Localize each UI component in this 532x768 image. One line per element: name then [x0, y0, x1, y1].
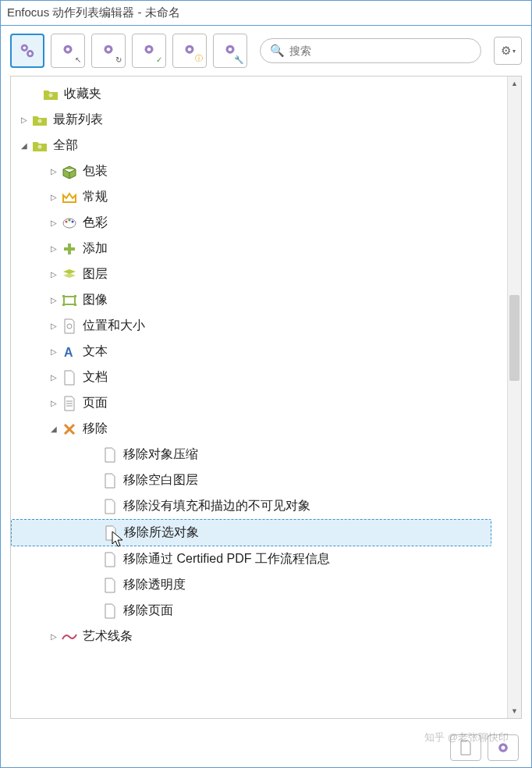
svg-point-15 [38, 119, 42, 123]
crown-icon [61, 190, 78, 205]
tree-arrow-icon: ▷ [48, 270, 59, 279]
action-tree[interactable]: 收藏夹 ▷ 最新列表 ◢ 全部 ▷ 包装 ▷ 常规 [11, 76, 507, 718]
tool-actions-button[interactable] [10, 34, 44, 68]
svg-rect-25 [74, 304, 76, 306]
page-icon [61, 318, 78, 334]
page-icon [101, 603, 119, 619]
svg-point-13 [229, 48, 232, 52]
tree-packaging[interactable]: ▷ 包装 [11, 158, 507, 184]
vertical-scrollbar[interactable]: ▲ ▼ [507, 76, 521, 718]
tree-add[interactable]: ▷ 添加 [11, 236, 507, 261]
svg-point-19 [69, 219, 71, 221]
svg-point-16 [38, 144, 42, 148]
scroll-down-icon[interactable]: ▼ [508, 704, 521, 718]
window-titlebar: Enfocus 动作列表编辑器 - 未命名 [1, 1, 531, 26]
text-icon: A [61, 344, 78, 360]
tool-gear-cursor-button[interactable]: ↖ [51, 34, 85, 68]
tree-arrow-expanded-icon: ◢ [48, 425, 59, 433]
tree-arrow-icon: ▷ [48, 244, 59, 253]
search-icon: 🔍 [270, 44, 285, 58]
tree-arrow-icon: ▷ [48, 347, 59, 356]
svg-rect-23 [74, 295, 76, 297]
tool-gear-refresh-button[interactable]: ↻ [91, 34, 126, 68]
tree-label: 图层 [83, 266, 108, 283]
window-title: Enfocus 动作列表编辑器 - 未命名 [7, 5, 180, 19]
tree-recent[interactable]: ▷ 最新列表 [11, 107, 507, 133]
page-icon [61, 370, 78, 386]
tree-label: 图像 [83, 292, 108, 308]
tree-arrow-icon: ▷ [48, 322, 59, 330]
tree-remove-transparency[interactable]: 移除透明度 [11, 572, 507, 598]
tree-remove-invisible[interactable]: 移除没有填充和描边的不可见对象 [11, 493, 507, 519]
tree-image[interactable]: ▷ 图像 [11, 287, 507, 313]
tree-label: 移除没有填充和描边的不可见对象 [123, 498, 310, 514]
tree-label: 最新列表 [53, 112, 103, 128]
tree-arrow-icon: ▷ [48, 219, 59, 227]
svg-point-14 [49, 93, 53, 97]
box-icon [61, 164, 78, 180]
tree-remove-page[interactable]: 移除页面 [11, 598, 507, 624]
cursor-sub-icon: ↖ [75, 55, 81, 64]
svg-point-3 [29, 52, 32, 55]
page-icon [101, 499, 119, 514]
content-area: 收藏夹 ▷ 最新列表 ◢ 全部 ▷ 包装 ▷ 常规 [10, 76, 522, 719]
tree-all[interactable]: ◢ 全部 [11, 133, 507, 158]
tree-arrow-icon: ▷ [48, 373, 59, 382]
svg-point-18 [66, 220, 68, 222]
tree-document[interactable]: ▷ 文档 [11, 364, 507, 390]
scroll-up-icon[interactable]: ▲ [508, 76, 521, 91]
tool-gear-check-button[interactable]: ✓ [132, 34, 166, 68]
search-box[interactable]: 🔍 [260, 38, 481, 63]
tree-arrow-icon: ▷ [48, 632, 59, 641]
folder-icon [31, 112, 48, 128]
tree-label: 常规 [83, 189, 108, 205]
tree-remove-compression[interactable]: 移除对象压缩 [11, 442, 507, 468]
svg-point-20 [72, 220, 74, 222]
svg-point-7 [107, 48, 111, 52]
tree-arrow-expanded-icon: ◢ [19, 141, 30, 150]
gear-icon: ⚙ [501, 44, 511, 58]
tree-remove-empty-layers[interactable]: 移除空白图层 [11, 468, 507, 493]
tree-label: 移除透明度 [123, 577, 186, 593]
tree-text[interactable]: ▷ A 文本 [11, 339, 507, 364]
tree-color[interactable]: ▷ 色彩 [11, 210, 507, 236]
tree-label: 包装 [83, 163, 108, 180]
page-icon [101, 473, 119, 489]
tree-arrow-icon: ▷ [19, 116, 30, 124]
tree-label: 页面 [83, 395, 108, 411]
tree-label: 移除页面 [123, 603, 173, 619]
svg-rect-24 [62, 304, 65, 306]
tree-label: 移除 [83, 421, 108, 437]
tree-label: 文本 [83, 343, 108, 360]
tree-favorites[interactable]: 收藏夹 [11, 81, 507, 107]
scroll-thumb[interactable] [509, 295, 520, 381]
tree-page[interactable]: ▷ 页面 [11, 390, 507, 416]
tree-label: 移除所选对象 [124, 524, 199, 541]
tool-gear-info-button[interactable]: ⓘ [172, 34, 207, 68]
settings-menu-button[interactable]: ⚙▾ [494, 37, 522, 65]
tree-label: 全部 [53, 137, 78, 154]
wrench-sub-icon: 🔧 [234, 55, 243, 64]
svg-rect-21 [64, 297, 75, 304]
tree-art-lines[interactable]: ▷ 艺术线条 [11, 624, 507, 649]
search-input[interactable] [289, 44, 471, 57]
frame-icon [61, 293, 78, 308]
tree-position-size[interactable]: ▷ 位置和大小 [11, 313, 507, 339]
svg-point-32 [502, 746, 505, 750]
tree-remove[interactable]: ◢ 移除 [11, 416, 507, 442]
tree-label: 艺术线条 [83, 628, 133, 645]
palette-icon [61, 215, 78, 231]
info-sub-icon: ⓘ [195, 53, 203, 64]
tree-general[interactable]: ▷ 常规 [11, 184, 507, 210]
tree-remove-certified[interactable]: 移除通过 Certified PDF 工作流程信息 [11, 546, 507, 572]
tree-layers[interactable]: ▷ 图层 [11, 261, 507, 287]
tree-label: 移除通过 Certified PDF 工作流程信息 [123, 551, 330, 567]
tool-gear-wrench-button[interactable]: 🔧 [213, 34, 247, 68]
svg-point-11 [188, 48, 192, 52]
tree-label: 色彩 [83, 215, 108, 231]
tree-label: 位置和大小 [83, 318, 145, 334]
page-icon [102, 525, 119, 541]
svg-rect-22 [62, 295, 65, 297]
tree-arrow-icon: ▷ [48, 167, 59, 176]
tree-remove-selected[interactable]: 移除所选对象 [11, 519, 491, 546]
